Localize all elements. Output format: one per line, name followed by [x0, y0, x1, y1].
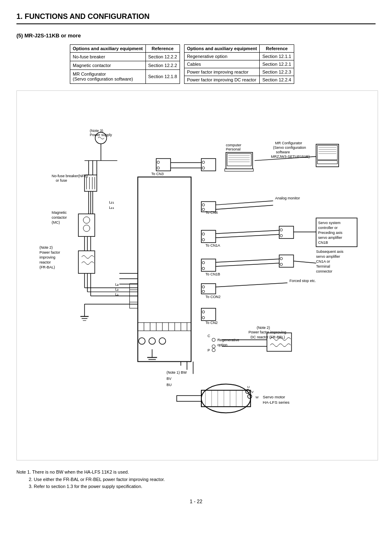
svg-point-74 [280, 234, 283, 237]
note2-dc-label: (Note 2) [257, 326, 270, 330]
svg-point-118 [201, 384, 251, 413]
right-table-ref-4: Section 12.2.4 [260, 76, 294, 84]
subsequent-axis-label2: servo amplifier [316, 254, 340, 259]
svg-point-93 [212, 338, 215, 342]
to-cn2-label: To CN2 [205, 321, 218, 325]
servo-motor-label1: Servo motor [263, 395, 286, 399]
right-table-ref-3: Section 12.2.3 [260, 68, 294, 76]
personal-computer-label: Personal [226, 147, 240, 151]
table-row: Cables Section 12.2.1 [184, 60, 294, 68]
right-table-item-2: Cables [184, 60, 260, 68]
fr-bal-label3: reactor [39, 260, 51, 264]
svg-text:computer: computer [226, 143, 241, 147]
svg-point-69 [202, 238, 205, 241]
right-table-item-3: Power factor improving reactor [184, 68, 260, 76]
section-title: (5) MR-J2S-11KB or more [16, 32, 376, 39]
svg-point-39 [157, 161, 159, 164]
fr-bal-note: (Note 2) [39, 245, 53, 250]
mc-label1: Magnetic [52, 210, 67, 215]
svg-point-92 [202, 317, 205, 319]
to-cn4-label: To CN4 [205, 210, 218, 215]
svg-line-65 [216, 201, 273, 205]
svg-point-13 [83, 217, 90, 223]
svg-point-79 [202, 267, 205, 270]
subsequent-axis-label3: CN1A or [316, 259, 330, 264]
svg-point-40 [157, 167, 159, 169]
mc-label3: (MC) [52, 220, 60, 224]
table-row: MR Configurator (Servo configuration sof… [70, 69, 180, 83]
bv-label: BV [166, 377, 171, 381]
svg-line-71 [216, 234, 279, 238]
svg-line-66 [216, 205, 273, 209]
right-table-ref-1: Section 12.1.1 [260, 53, 294, 60]
note-3: 3. Refer to section 1.3 for the power su… [29, 483, 376, 490]
svg-rect-60 [317, 161, 337, 164]
table-row: Magnetic contactor Section 12.2.2 [70, 61, 180, 69]
svg-rect-120 [177, 395, 201, 401]
page-title: 1. FUNCTIONS AND CONFIGURATION [16, 12, 376, 24]
diagram-container: (Note 3) Power supply No-fuse breaker(NF… [16, 90, 378, 460]
mc-label2: contactor [52, 215, 67, 220]
left-table-item-1: No-fuse breaker [70, 53, 146, 61]
svg-text:or fuse: or fuse [56, 178, 67, 183]
right-table-ref-2: Section 12.2.1 [260, 60, 294, 68]
p-label: P [208, 348, 210, 352]
w-label: W [256, 395, 259, 399]
svg-point-84 [280, 263, 283, 266]
note3-label: (Note 3) [90, 129, 103, 133]
fr-bel-label2: DC reactor (FR-BEL) [251, 335, 285, 339]
svg-rect-25 [138, 177, 191, 362]
mr-configurator-label3: software [276, 150, 290, 154]
svg-point-78 [202, 261, 205, 264]
fr-bal-label1: Power factor [39, 250, 60, 254]
note-1: Note 1. There is no BW when the HA-LFS 1… [16, 469, 376, 476]
left-table-ref-2: Section 12.2.2 [145, 61, 180, 69]
svg-point-87 [202, 286, 205, 288]
svg-line-89 [216, 283, 288, 287]
svg-rect-18 [78, 251, 95, 273]
left-table-header-col2: Reference [145, 45, 180, 53]
l3-label: L₃ [115, 282, 119, 287]
svg-line-80 [216, 259, 279, 262]
svg-point-73 [280, 229, 283, 231]
nfb-label: No-fuse breaker(NFB) [52, 174, 88, 178]
fr-bel-label1: Power factor improving [249, 330, 286, 334]
svg-rect-52 [225, 169, 254, 171]
right-table-item-1: Regenerative option [184, 53, 260, 60]
left-reference-table: Options and auxiliary equipment Referenc… [70, 44, 180, 84]
svg-point-88 [202, 290, 205, 293]
fr-bal-label2: improving [39, 255, 55, 259]
servo-system-label3: Preceding axis [318, 231, 342, 235]
svg-point-108 [138, 338, 145, 345]
fr-bal-label4: (FR-BAL) [39, 265, 55, 269]
table-row: Power factor improving DC reactor Sectio… [184, 76, 294, 84]
l11-label: L₁₁ [109, 206, 115, 210]
analog-monitor-label: Analog monitor [275, 196, 300, 200]
svg-rect-119 [201, 390, 251, 407]
svg-point-94 [212, 345, 215, 348]
l21-label: L₂₁ [109, 200, 115, 204]
to-con2-label: To CON2 [205, 295, 221, 299]
right-table-item-4: Power factor improving DC reactor [184, 76, 260, 84]
mr-configurator-label2: (Servo configuration [273, 146, 306, 150]
u-label: U [247, 385, 250, 389]
page-number: 1 - 22 [16, 499, 376, 504]
svg-line-70 [216, 230, 279, 234]
svg-point-14 [83, 225, 90, 231]
svg-point-44 [202, 161, 205, 164]
svg-point-68 [202, 233, 205, 235]
svg-point-109 [149, 338, 155, 345]
svg-point-91 [202, 311, 205, 313]
table-row: No-fuse breaker Section 12.2.2 [70, 53, 180, 61]
svg-point-64 [202, 208, 205, 210]
svg-point-45 [202, 167, 205, 169]
left-table-ref-3: Section 12.1.8 [145, 69, 180, 83]
circuit-diagram: (Note 3) Power supply No-fuse breaker(NF… [21, 95, 374, 415]
v-label: V [251, 390, 254, 394]
svg-point-83 [280, 257, 283, 260]
table-row: Power factor improving reactor Section 1… [184, 68, 294, 76]
note-2: 2. Use either the FR-BAL or FR-BEL power… [29, 476, 376, 483]
bu-label: BU [166, 383, 171, 387]
svg-point-63 [202, 204, 205, 206]
servo-system-label2: controller or [318, 226, 337, 230]
